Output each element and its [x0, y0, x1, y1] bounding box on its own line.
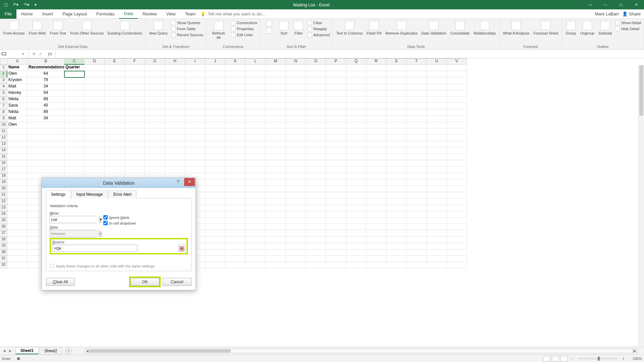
cell[interactable]	[346, 205, 366, 211]
tab-pagelayout[interactable]: Page Layout	[58, 9, 92, 19]
column-header[interactable]: F	[125, 58, 145, 65]
cell[interactable]	[407, 230, 427, 237]
cell[interactable]	[386, 84, 407, 90]
cell[interactable]	[286, 192, 306, 198]
row-header[interactable]: 13	[0, 141, 7, 147]
worksheet[interactable]: ABCDEFGHIJKLMNOPQRSTUV1NameRecommendatio…	[0, 58, 644, 347]
cell[interactable]	[306, 116, 326, 122]
cell[interactable]	[366, 160, 386, 167]
cell[interactable]	[366, 109, 386, 116]
zoom-level[interactable]: 100%	[627, 357, 642, 361]
cell[interactable]	[266, 230, 286, 237]
cell[interactable]	[145, 147, 165, 154]
cell[interactable]: 89	[28, 109, 64, 116]
cell[interactable]	[286, 173, 306, 179]
cell[interactable]	[306, 230, 326, 237]
cell[interactable]	[125, 65, 145, 71]
cell[interactable]	[28, 167, 64, 173]
cell[interactable]	[346, 90, 366, 97]
cell[interactable]	[105, 109, 125, 116]
column-header[interactable]: R	[366, 58, 386, 65]
cell[interactable]	[225, 160, 246, 167]
cell[interactable]	[185, 90, 205, 97]
cell[interactable]	[326, 249, 346, 256]
cell[interactable]	[205, 154, 225, 160]
tab-review[interactable]: Review	[138, 9, 162, 19]
cell[interactable]	[366, 97, 386, 103]
row-header[interactable]: 29	[0, 243, 7, 249]
cell[interactable]	[386, 154, 407, 160]
cell[interactable]	[427, 237, 447, 243]
cell[interactable]	[85, 122, 105, 128]
cell[interactable]	[246, 109, 266, 116]
cell[interactable]	[447, 122, 467, 128]
row-header[interactable]: 26	[0, 224, 7, 230]
cell[interactable]	[306, 141, 326, 147]
cell[interactable]	[64, 128, 85, 135]
cell[interactable]	[346, 224, 366, 230]
cell[interactable]	[266, 71, 286, 77]
cell[interactable]	[246, 173, 266, 179]
cell[interactable]: 45	[28, 103, 64, 109]
cell[interactable]	[225, 179, 246, 186]
row-header[interactable]: 23	[0, 205, 7, 211]
cell[interactable]	[386, 237, 407, 243]
cell[interactable]	[286, 90, 306, 97]
cell[interactable]	[246, 249, 266, 256]
cell[interactable]	[427, 122, 447, 128]
cell[interactable]	[447, 237, 467, 243]
cell[interactable]	[447, 218, 467, 224]
cell[interactable]	[447, 77, 467, 84]
cell[interactable]	[105, 128, 125, 135]
add-sheet-button[interactable]: +	[65, 348, 71, 354]
cell[interactable]	[326, 109, 346, 116]
cell[interactable]	[205, 65, 225, 71]
tab-data[interactable]: Data	[119, 9, 138, 19]
cell[interactable]	[326, 135, 346, 141]
cell[interactable]	[326, 211, 346, 218]
cell[interactable]	[326, 84, 346, 90]
cell[interactable]	[386, 147, 407, 154]
cell[interactable]	[407, 224, 427, 230]
cell[interactable]	[7, 186, 28, 192]
cell[interactable]	[386, 65, 407, 71]
allow-combo[interactable]: ▼	[50, 216, 97, 223]
cell[interactable]	[286, 154, 306, 160]
cell[interactable]	[205, 97, 225, 103]
cell[interactable]	[447, 249, 467, 256]
cell[interactable]	[185, 103, 205, 109]
cell[interactable]	[64, 90, 85, 97]
cancel-formula-icon[interactable]: ✕	[32, 52, 36, 56]
cell[interactable]	[366, 179, 386, 186]
cell[interactable]	[407, 154, 427, 160]
cell[interactable]	[346, 97, 366, 103]
cell[interactable]	[205, 116, 225, 122]
cell[interactable]	[225, 198, 246, 205]
cell[interactable]	[447, 71, 467, 77]
cell[interactable]	[7, 211, 28, 218]
cell[interactable]	[407, 147, 427, 154]
cell[interactable]	[286, 65, 306, 71]
sort-button[interactable]: Sort	[277, 20, 290, 36]
row-header[interactable]: 16	[0, 160, 7, 167]
cell[interactable]	[326, 128, 346, 135]
cell[interactable]	[407, 186, 427, 192]
row-header[interactable]: 32	[0, 262, 7, 268]
cell[interactable]	[266, 198, 286, 205]
new-query-button[interactable]: New Query	[148, 20, 169, 36]
cell[interactable]	[205, 218, 225, 224]
column-header[interactable]: H	[165, 58, 185, 65]
cell[interactable]	[306, 198, 326, 205]
cell[interactable]	[225, 116, 246, 122]
cell[interactable]	[7, 167, 28, 173]
cell[interactable]	[266, 167, 286, 173]
cell[interactable]	[447, 84, 467, 90]
row-header[interactable]: 25	[0, 218, 7, 224]
zoom-in-icon[interactable]: +	[621, 357, 626, 361]
cell[interactable]	[185, 147, 205, 154]
cell[interactable]	[7, 230, 28, 237]
cell[interactable]	[346, 192, 366, 198]
cell[interactable]	[386, 103, 407, 109]
cell[interactable]	[28, 122, 64, 128]
cell[interactable]	[225, 224, 246, 230]
